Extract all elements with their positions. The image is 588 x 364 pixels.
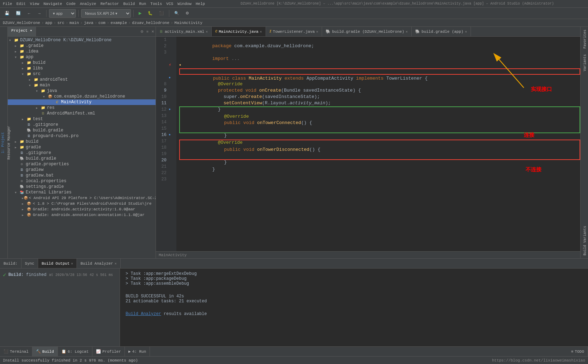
breadcrumb-project[interactable]: DZUAV_HelloDrone bbox=[3, 21, 40, 25]
settings-button[interactable]: ⚙ bbox=[183, 9, 192, 18]
debug-button[interactable]: 🐛 bbox=[145, 9, 155, 18]
tree-item-java[interactable]: ▼ 📁 java bbox=[8, 88, 156, 94]
bottom-tab-todo[interactable]: ≡ TODO bbox=[568, 347, 588, 356]
tree-item-package[interactable]: ▼ 📦 com.example.dzuav_hellodrone bbox=[8, 94, 156, 99]
vtab-variants[interactable]: Variants bbox=[581, 51, 588, 74]
build-tab-build[interactable]: Build: bbox=[0, 259, 22, 268]
app-dropdown[interactable]: ▾ app bbox=[49, 9, 76, 18]
tree-item-settings-gradle[interactable]: ▶ 🐘 settings.gradle bbox=[8, 184, 156, 190]
menu-edit[interactable]: Edit bbox=[16, 2, 25, 6]
code-content[interactable]: package com.example.dzuav_hellodrone; im… bbox=[176, 37, 580, 251]
breadcrumb-java[interactable]: java bbox=[84, 21, 93, 25]
bottom-tab-profiler[interactable]: 📈 Profiler bbox=[92, 347, 125, 356]
bottom-tab-build[interactable]: 🔨 Build bbox=[32, 347, 58, 356]
forward-button[interactable]: → bbox=[35, 9, 44, 18]
breadcrumb-main[interactable]: main bbox=[69, 21, 79, 25]
tree-item-libs[interactable]: ▶ 📁 libs bbox=[8, 66, 156, 71]
sidebar-settings-btn[interactable]: ⚙ bbox=[139, 27, 145, 36]
close-icon[interactable]: ✕ bbox=[206, 30, 208, 34]
menu-build[interactable]: Build bbox=[123, 2, 135, 6]
back-button[interactable]: ← bbox=[25, 9, 34, 18]
tree-item-src[interactable]: ▼ 📁 src bbox=[8, 71, 156, 77]
tree-item-androidtest[interactable]: ▶ 📁 androidTest bbox=[8, 77, 156, 82]
tree-item-idea[interactable]: ▶ 📁 .idea bbox=[8, 49, 156, 54]
tree-item-main[interactable]: ▼ 📁 main bbox=[8, 82, 156, 88]
breadcrumb-src[interactable]: src bbox=[57, 21, 65, 25]
tree-root[interactable]: ▼ 📁 DZUAV_HelloDrone K:\DZUAV_HelloDrone bbox=[8, 37, 156, 43]
tree-item-gitignore-root[interactable]: ▶ 🗎 .gitignore bbox=[8, 150, 156, 156]
tree-item-test[interactable]: ▶ 📁 test bbox=[8, 116, 156, 122]
sidebar-collapse-btn[interactable]: ≡ bbox=[145, 27, 150, 36]
tab-mainactivity[interactable]: C MainActivity.java ✕ bbox=[212, 27, 266, 36]
breadcrumb-app[interactable]: app bbox=[45, 21, 52, 25]
run-button[interactable]: ▶ bbox=[136, 9, 144, 18]
tree-item-local-properties[interactable]: ▶ ⚙ local.properties bbox=[8, 178, 156, 184]
close-icon[interactable]: ✕ bbox=[115, 261, 117, 266]
sidebar-close-btn[interactable]: ✕ bbox=[150, 27, 156, 36]
tree-item-gradle-activity[interactable]: ▶ 📦 Gradle: androidx.activity:activity:1… bbox=[8, 206, 156, 212]
bottom-tab-run[interactable]: ▶ 4: Run bbox=[125, 347, 150, 356]
tab-towerlistener[interactable]: I TowerListener.java ✕ bbox=[266, 27, 322, 36]
bottom-tab-logcat[interactable]: 📋 6: Logcat bbox=[58, 347, 92, 356]
breadcrumb-example[interactable]: example bbox=[111, 21, 127, 25]
breadcrumb-mainactivity[interactable]: MainActivity bbox=[175, 21, 202, 25]
bottom-tab-terminal[interactable]: ⬛ Terminal bbox=[0, 347, 32, 356]
tree-item-android-api[interactable]: ▶ 📦 < Android API 29 Platform > C:\Users… bbox=[8, 195, 156, 201]
menu-help[interactable]: Help bbox=[196, 2, 205, 6]
menu-analyze[interactable]: Analyze bbox=[80, 2, 96, 6]
build-sidebar-item-1[interactable]: ✓ Build: finished at 2020/9/28 13:56 42 … bbox=[0, 270, 120, 280]
tree-item-manifest[interactable]: ▶ 🗎 AndroidManifest.xml bbox=[8, 111, 156, 116]
tree-item-gradlew[interactable]: ▶ 🗎 gradlew bbox=[8, 167, 156, 173]
close-icon[interactable]: ✕ bbox=[406, 30, 408, 34]
tab-buildgradle-app[interactable]: 🐘 build.gradle (app) ✕ bbox=[412, 27, 471, 36]
build-tab-output[interactable]: Build Output ✕ bbox=[38, 259, 77, 268]
close-icon[interactable]: ✕ bbox=[260, 30, 262, 34]
breadcrumb-com[interactable]: com bbox=[98, 21, 105, 25]
tree-item-res[interactable]: ▶ 📁 res bbox=[8, 105, 156, 111]
build-output[interactable]: > Task :app:mergeExtDexDebug > Task :app… bbox=[120, 269, 588, 346]
menu-navigate[interactable]: Navigate bbox=[43, 2, 62, 6]
search-everywhere[interactable]: 🔍 bbox=[172, 9, 182, 18]
menu-vcs[interactable]: VCS bbox=[166, 2, 173, 6]
tree-item-mainactivity[interactable]: ▶ C MainActivity bbox=[8, 99, 156, 105]
device-dropdown[interactable]: Nexus 5X API 24 ▾ bbox=[81, 9, 131, 18]
vtab-project[interactable]: 1: Project bbox=[0, 27, 6, 258]
tree-item-external-libs[interactable]: ▼ 📚 External Libraries bbox=[8, 190, 156, 195]
save-button[interactable]: 💾 bbox=[2, 9, 12, 18]
tree-item-build-root[interactable]: ▶ 📁 build bbox=[8, 139, 156, 144]
tree-item-gradle-root[interactable]: ▶ 📁 gradle bbox=[8, 144, 156, 150]
menu-run[interactable]: Run bbox=[139, 2, 146, 6]
tree-item-app[interactable]: ▼ 📁 app bbox=[8, 54, 156, 60]
breadcrumb-dzuav[interactable]: dzuav_hellodrone bbox=[132, 21, 169, 25]
vtab-favorites[interactable]: Favorites bbox=[581, 27, 588, 51]
tree-item-proguard[interactable]: ▶ 🗎 proguard-rules.pro bbox=[8, 133, 156, 139]
tree-item-gitignore-app[interactable]: ▶ 🗎 .gitignore bbox=[8, 122, 156, 128]
build-tab-sync[interactable]: Sync bbox=[22, 259, 38, 268]
build-analyzer-link[interactable]: Build Analyzer bbox=[126, 311, 161, 316]
close-icon[interactable]: ✕ bbox=[465, 30, 467, 34]
tree-item-gradle-properties[interactable]: ▶ ⚙ gradle.properties bbox=[8, 161, 156, 167]
close-icon[interactable]: ✕ bbox=[71, 261, 73, 266]
tab-activity-main[interactable]: 🗎 activity_main.xml ✕ bbox=[156, 27, 212, 36]
tree-item-buildgradle-app[interactable]: ▶ 🐘 build.gradle bbox=[8, 128, 156, 133]
tree-item-jre[interactable]: ▶ 📦 < 1.8 > C:\Program Files\Android\And… bbox=[8, 201, 156, 206]
vtab-resource-manager[interactable]: Resource Manager bbox=[6, 27, 12, 258]
sync-button[interactable]: 🔄 bbox=[13, 9, 23, 18]
tree-item-build-app[interactable]: ▶ 📁 build bbox=[8, 60, 156, 66]
tree-item-gradlew-bat[interactable]: ▶ 🗎 gradlew.bat bbox=[8, 173, 156, 178]
tree-item-gradle-annotation[interactable]: ▶ 📦 Gradle: androidx.annotation:annotati… bbox=[8, 212, 156, 218]
stop-button[interactable]: ⬛ bbox=[157, 9, 166, 18]
menu-tools[interactable]: Tools bbox=[150, 2, 162, 6]
tab-buildgradle-project[interactable]: 🐘 build.gradle (DZUAV_HelloDrone) ✕ bbox=[322, 27, 412, 36]
close-icon[interactable]: ✕ bbox=[316, 30, 318, 34]
menu-window[interactable]: Window bbox=[177, 2, 192, 6]
menu-code[interactable]: Code bbox=[66, 2, 75, 6]
build-tab-analyzer[interactable]: Build Analyzer ✕ bbox=[77, 259, 120, 268]
tree-item-gradle[interactable]: ▶ 📁 .gradle bbox=[8, 43, 156, 49]
tree-item-buildgradle-root[interactable]: ▶ 🐘 build.gradle bbox=[8, 156, 156, 161]
menu-file[interactable]: File bbox=[3, 2, 12, 6]
menu-refactor[interactable]: Refactor bbox=[101, 2, 119, 6]
vtab-build[interactable]: Build Variants bbox=[581, 223, 588, 258]
menu-view[interactable]: View bbox=[30, 2, 39, 6]
sidebar-tab-project[interactable]: Project ▾ bbox=[8, 27, 36, 36]
